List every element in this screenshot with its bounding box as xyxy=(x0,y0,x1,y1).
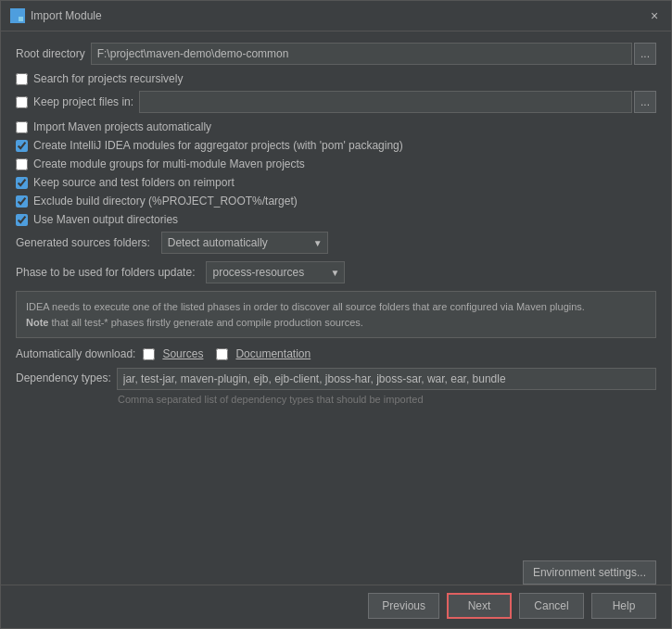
use-maven-output-checkbox[interactable] xyxy=(16,214,28,226)
keep-source-folders-row: Keep source and test folders on reimport xyxy=(16,176,656,189)
create-intellij-row: Create IntelliJ IDEA modules for aggrega… xyxy=(16,139,656,152)
svg-rect-1 xyxy=(19,10,23,15)
info-text: IDEA needs to execute one of the listed … xyxy=(26,301,585,312)
keep-source-folders-checkbox[interactable] xyxy=(16,177,28,189)
create-intellij-label: Create IntelliJ IDEA modules for aggrega… xyxy=(33,139,403,152)
generated-sources-select[interactable]: Detect automatically target/generated-so… xyxy=(161,232,328,254)
keep-source-folders-label: Keep source and test folders on reimport xyxy=(33,176,235,189)
generated-sources-select-wrapper: Detect automatically target/generated-so… xyxy=(161,232,328,254)
auto-download-row: Automatically download: Sources Document… xyxy=(16,347,656,360)
keep-project-files-checkbox[interactable] xyxy=(16,96,28,108)
help-button[interactable]: Help xyxy=(591,593,656,619)
exclude-build-label: Exclude build directory (%PROJECT_ROOT%/… xyxy=(33,195,298,208)
root-directory-browse-button[interactable]: ... xyxy=(634,43,656,65)
svg-rect-3 xyxy=(19,17,23,21)
dialog-title: Import Module xyxy=(31,9,102,22)
cancel-button[interactable]: Cancel xyxy=(519,593,584,619)
search-recursively-checkbox[interactable] xyxy=(16,73,28,85)
dep-types-hint: Comma separated list of dependency types… xyxy=(118,394,656,405)
sources-label: Sources xyxy=(162,347,203,360)
import-maven-auto-checkbox[interactable] xyxy=(16,121,28,133)
dialog-content: Root directory ... Search for projects r… xyxy=(1,31,671,555)
keep-project-files-browse-button[interactable]: ... xyxy=(634,91,656,113)
dep-types-input[interactable] xyxy=(117,368,656,390)
dep-types-row: Dependency types: xyxy=(16,368,656,390)
phase-select[interactable]: process-resources generate-sources gener… xyxy=(206,261,345,283)
use-maven-output-label: Use Maven output directories xyxy=(33,213,178,226)
keep-project-files-row: Keep project files in: ... xyxy=(16,91,656,113)
title-bar-left: Import Module xyxy=(10,8,102,23)
import-module-dialog: Import Module × Root directory ... Searc… xyxy=(0,0,672,629)
footer-top: Environment settings... xyxy=(1,555,671,585)
import-maven-auto-label: Import Maven projects automatically xyxy=(33,120,211,133)
keep-project-files-input[interactable] xyxy=(139,91,632,113)
svg-rect-2 xyxy=(12,17,17,21)
sources-checkbox[interactable] xyxy=(143,348,155,360)
exclude-build-checkbox[interactable] xyxy=(16,195,28,208)
search-recursively-row: Search for projects recursively xyxy=(16,72,656,85)
phase-label: Phase to be used for folders update: xyxy=(16,266,195,279)
create-module-groups-checkbox[interactable] xyxy=(16,158,28,170)
info-box: IDEA needs to execute one of the listed … xyxy=(16,291,656,338)
import-maven-auto-row: Import Maven projects automatically xyxy=(16,120,656,133)
svg-rect-0 xyxy=(12,10,17,15)
close-button[interactable]: × xyxy=(647,8,662,23)
footer-buttons: Previous Next Cancel Help xyxy=(1,585,671,628)
info-note: Note xyxy=(26,317,48,328)
root-directory-label: Root directory xyxy=(16,47,85,60)
next-button[interactable]: Next xyxy=(447,593,512,619)
generated-sources-row: Generated sources folders: Detect automa… xyxy=(16,232,656,254)
documentation-label: Documentation xyxy=(235,347,311,360)
create-module-groups-label: Create module groups for multi-module Ma… xyxy=(33,157,305,170)
create-module-groups-row: Create module groups for multi-module Ma… xyxy=(16,157,656,170)
create-intellij-checkbox[interactable] xyxy=(16,140,28,152)
use-maven-output-row: Use Maven output directories xyxy=(16,213,656,226)
phase-select-wrapper: process-resources generate-sources gener… xyxy=(206,261,345,283)
previous-button[interactable]: Previous xyxy=(368,593,439,619)
auto-download-label: Automatically download: xyxy=(16,347,135,360)
phase-row: Phase to be used for folders update: pro… xyxy=(16,261,656,283)
generated-sources-label: Generated sources folders: xyxy=(16,236,150,249)
documentation-checkbox[interactable] xyxy=(216,348,228,360)
root-directory-row: Root directory ... xyxy=(16,43,656,65)
info-note2: that all test-* phases firstly generate … xyxy=(48,317,362,328)
root-directory-input[interactable] xyxy=(91,43,632,65)
keep-project-files-label: Keep project files in: xyxy=(33,95,133,108)
title-bar: Import Module × xyxy=(1,1,671,31)
dep-types-label: Dependency types: xyxy=(16,371,111,384)
exclude-build-row: Exclude build directory (%PROJECT_ROOT%/… xyxy=(16,195,656,208)
env-settings-button[interactable]: Environment settings... xyxy=(523,560,656,585)
search-recursively-label: Search for projects recursively xyxy=(33,72,183,85)
module-icon xyxy=(10,8,25,23)
